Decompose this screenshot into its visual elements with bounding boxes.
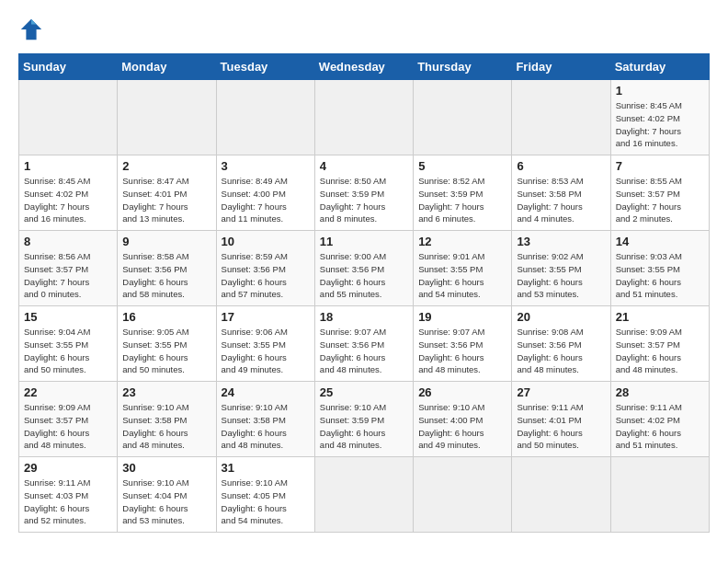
- calendar-cell: [414, 457, 512, 533]
- day-number: 28: [616, 385, 704, 399]
- calendar-cell: 23Sunrise: 9:10 AMSunset: 3:58 PMDayligh…: [118, 382, 216, 457]
- day-info: Sunrise: 8:45 AMSunset: 4:02 PMDaylight:…: [24, 175, 112, 225]
- calendar-cell: 24Sunrise: 9:10 AMSunset: 3:58 PMDayligh…: [216, 382, 314, 457]
- calendar-cell: 7Sunrise: 8:55 AMSunset: 3:57 PMDaylight…: [610, 155, 709, 231]
- weekday-header-monday: Monday: [118, 54, 216, 80]
- calendar-cell: 19Sunrise: 9:07 AMSunset: 3:56 PMDayligh…: [414, 306, 512, 382]
- calendar-page: SundayMondayTuesdayWednesdayThursdayFrid…: [0, 0, 728, 544]
- day-info: Sunrise: 8:53 AMSunset: 3:58 PMDaylight:…: [517, 175, 605, 225]
- calendar-cell: 12Sunrise: 9:01 AMSunset: 3:55 PMDayligh…: [414, 231, 512, 306]
- day-info: Sunrise: 8:55 AMSunset: 3:57 PMDaylight:…: [616, 175, 704, 225]
- calendar-cell: [414, 80, 512, 155]
- day-number: 27: [517, 385, 605, 399]
- calendar-cell: 18Sunrise: 9:07 AMSunset: 3:56 PMDayligh…: [314, 306, 413, 382]
- day-info: Sunrise: 8:45 AMSunset: 4:02 PMDaylight:…: [616, 99, 704, 150]
- calendar-cell: 2Sunrise: 8:47 AMSunset: 4:01 PMDaylight…: [118, 155, 216, 231]
- day-info: Sunrise: 9:10 AMSunset: 3:58 PMDaylight:…: [222, 401, 310, 452]
- calendar-cell: 25Sunrise: 9:10 AMSunset: 3:59 PMDayligh…: [314, 382, 413, 457]
- day-number: 1: [616, 84, 704, 98]
- calendar-body: 1Sunrise: 8:45 AMSunset: 4:02 PMDaylight…: [19, 80, 710, 533]
- calendar-cell: 21Sunrise: 9:09 AMSunset: 3:57 PMDayligh…: [610, 306, 709, 382]
- calendar-cell: 16Sunrise: 9:05 AMSunset: 3:55 PMDayligh…: [118, 306, 216, 382]
- day-info: Sunrise: 9:11 AMSunset: 4:02 PMDaylight:…: [616, 401, 704, 452]
- calendar-cell: 11Sunrise: 9:00 AMSunset: 3:56 PMDayligh…: [314, 231, 413, 306]
- day-info: Sunrise: 9:07 AMSunset: 3:56 PMDaylight:…: [418, 326, 506, 376]
- day-number: 3: [222, 159, 310, 173]
- day-info: Sunrise: 8:59 AMSunset: 3:56 PMDaylight:…: [222, 250, 310, 301]
- calendar-cell: 14Sunrise: 9:03 AMSunset: 3:55 PMDayligh…: [610, 231, 709, 306]
- calendar-cell: [314, 80, 413, 155]
- day-number: 5: [418, 159, 506, 173]
- calendar-week-5: 22Sunrise: 9:09 AMSunset: 3:57 PMDayligh…: [19, 382, 710, 457]
- day-info: Sunrise: 9:01 AMSunset: 3:55 PMDaylight:…: [418, 250, 506, 301]
- calendar-header: SundayMondayTuesdayWednesdayThursdayFrid…: [19, 54, 710, 80]
- day-number: 26: [418, 385, 506, 399]
- day-number: 23: [122, 385, 210, 399]
- day-number: 21: [616, 310, 704, 324]
- calendar-cell: 3Sunrise: 8:49 AMSunset: 4:00 PMDaylight…: [216, 155, 314, 231]
- day-info: Sunrise: 9:02 AMSunset: 3:55 PMDaylight:…: [517, 250, 605, 301]
- weekday-header-wednesday: Wednesday: [314, 54, 413, 80]
- day-info: Sunrise: 9:10 AMSunset: 4:05 PMDaylight:…: [222, 477, 310, 527]
- calendar-week-4: 15Sunrise: 9:04 AMSunset: 3:55 PMDayligh…: [19, 306, 710, 382]
- day-info: Sunrise: 8:56 AMSunset: 3:57 PMDaylight:…: [24, 250, 112, 301]
- day-info: Sunrise: 9:10 AMSunset: 3:59 PMDaylight:…: [320, 401, 408, 452]
- calendar-table: SundayMondayTuesdayWednesdayThursdayFrid…: [18, 53, 710, 533]
- day-info: Sunrise: 9:08 AMSunset: 3:56 PMDaylight:…: [517, 326, 605, 376]
- calendar-cell: 13Sunrise: 9:02 AMSunset: 3:55 PMDayligh…: [512, 231, 610, 306]
- day-number: 31: [222, 461, 310, 475]
- day-info: Sunrise: 8:50 AMSunset: 3:59 PMDaylight:…: [320, 175, 408, 225]
- day-number: 7: [616, 159, 704, 173]
- day-number: 17: [222, 310, 310, 324]
- day-info: Sunrise: 8:47 AMSunset: 4:01 PMDaylight:…: [122, 175, 210, 225]
- weekday-row: SundayMondayTuesdayWednesdayThursdayFrid…: [19, 54, 710, 80]
- day-number: 19: [418, 310, 506, 324]
- day-info: Sunrise: 9:10 AMSunset: 4:04 PMDaylight:…: [122, 477, 210, 527]
- weekday-header-saturday: Saturday: [610, 54, 709, 80]
- calendar-cell: 29Sunrise: 9:11 AMSunset: 4:03 PMDayligh…: [19, 457, 118, 533]
- day-number: 22: [24, 385, 112, 399]
- day-number: 15: [24, 310, 112, 324]
- day-info: Sunrise: 9:03 AMSunset: 3:55 PMDaylight:…: [616, 250, 704, 301]
- day-number: 6: [517, 159, 605, 173]
- calendar-cell: [512, 457, 610, 533]
- day-info: Sunrise: 9:11 AMSunset: 4:03 PMDaylight:…: [24, 477, 112, 527]
- calendar-cell: 10Sunrise: 8:59 AMSunset: 3:56 PMDayligh…: [216, 231, 314, 306]
- day-number: 30: [122, 461, 210, 475]
- day-number: 9: [122, 235, 210, 248]
- weekday-header-friday: Friday: [512, 54, 610, 80]
- header: [18, 17, 710, 42]
- calendar-cell: 17Sunrise: 9:06 AMSunset: 3:55 PMDayligh…: [216, 306, 314, 382]
- day-number: 29: [24, 461, 112, 475]
- calendar-cell: 22Sunrise: 9:09 AMSunset: 3:57 PMDayligh…: [19, 382, 118, 457]
- calendar-cell: 26Sunrise: 9:10 AMSunset: 4:00 PMDayligh…: [414, 382, 512, 457]
- day-info: Sunrise: 9:04 AMSunset: 3:55 PMDaylight:…: [24, 326, 112, 376]
- calendar-cell: [610, 457, 709, 533]
- weekday-header-tuesday: Tuesday: [216, 54, 314, 80]
- day-number: 2: [122, 159, 210, 173]
- day-info: Sunrise: 8:49 AMSunset: 4:00 PMDaylight:…: [222, 175, 310, 225]
- calendar-cell: 4Sunrise: 8:50 AMSunset: 3:59 PMDaylight…: [314, 155, 413, 231]
- weekday-header-thursday: Thursday: [414, 54, 512, 80]
- calendar-cell: [216, 80, 314, 155]
- day-number: 11: [320, 235, 408, 248]
- calendar-cell: [314, 457, 413, 533]
- logo: [18, 17, 48, 42]
- day-number: 10: [222, 235, 310, 248]
- calendar-week-6: 29Sunrise: 9:11 AMSunset: 4:03 PMDayligh…: [19, 457, 710, 533]
- day-number: 14: [616, 235, 704, 248]
- calendar-cell: 5Sunrise: 8:52 AMSunset: 3:59 PMDaylight…: [414, 155, 512, 231]
- calendar-cell: 31Sunrise: 9:10 AMSunset: 4:05 PMDayligh…: [216, 457, 314, 533]
- calendar-week-3: 8Sunrise: 8:56 AMSunset: 3:57 PMDaylight…: [19, 231, 710, 306]
- day-number: 25: [320, 385, 408, 399]
- day-number: 24: [222, 385, 310, 399]
- day-number: 1: [24, 159, 112, 173]
- day-info: Sunrise: 9:11 AMSunset: 4:01 PMDaylight:…: [517, 401, 605, 452]
- svg-marker-1: [31, 19, 37, 25]
- calendar-cell: [118, 80, 216, 155]
- calendar-week-1: 1Sunrise: 8:45 AMSunset: 4:02 PMDaylight…: [19, 80, 710, 155]
- day-info: Sunrise: 9:07 AMSunset: 3:56 PMDaylight:…: [320, 326, 408, 376]
- day-number: 13: [517, 235, 605, 248]
- calendar-cell: 20Sunrise: 9:08 AMSunset: 3:56 PMDayligh…: [512, 306, 610, 382]
- calendar-cell: 27Sunrise: 9:11 AMSunset: 4:01 PMDayligh…: [512, 382, 610, 457]
